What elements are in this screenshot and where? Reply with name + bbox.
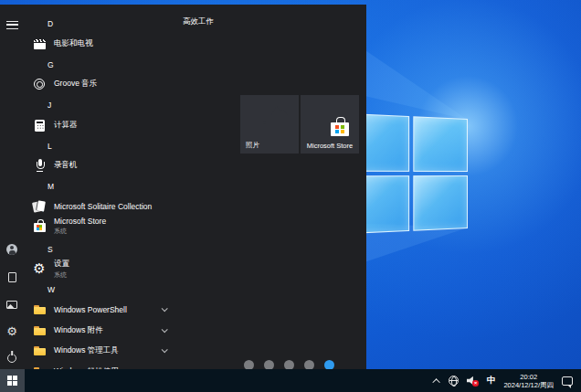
pictures-icon (6, 301, 17, 309)
groove-music-icon (34, 79, 45, 90)
user-account-button[interactable] (4, 242, 20, 257)
clock-date: 2024/12/12/周四 (503, 381, 554, 389)
tiles-group-header[interactable]: 高效工作 (183, 16, 214, 27)
folder-icon (34, 305, 46, 315)
app-item-voice-recorder[interactable]: 录音机 (27, 156, 234, 175)
pager-dot[interactable] (304, 360, 314, 369)
app-label: 设置 (54, 259, 69, 270)
tile-label: Microsoft Store (301, 142, 359, 150)
hamburger-icon (6, 21, 18, 29)
desktop-screen: ⚙ D 电影和电视 G Groove 音乐 J 计算器 L 录音机 M Micr… (0, 0, 581, 392)
folder-item-powershell[interactable]: Windows PowerShell (27, 301, 234, 319)
app-item-calculator[interactable]: 计算器 (27, 116, 234, 134)
speech-bubble-icon (562, 376, 573, 386)
pager-dot-active[interactable] (324, 360, 334, 369)
user-avatar-icon (6, 244, 17, 255)
tile-label: 照片 (246, 141, 259, 150)
app-sublabel: 系统 (54, 227, 106, 236)
tile-microsoft-store[interactable]: Microsoft Store (301, 95, 359, 154)
section-header-g[interactable]: G (39, 56, 246, 74)
app-label: 计算器 (54, 120, 78, 131)
ime-indicator[interactable]: 中 (487, 375, 496, 387)
folder-label: Windows 管理工具 (54, 345, 119, 356)
taskbar: 中 20:02 2024/12/12/周四 (0, 369, 581, 392)
app-sublabel: 系统 (54, 270, 69, 280)
chevron-down-icon (162, 305, 168, 312)
expand-menu-button[interactable] (4, 17, 20, 32)
volume-button[interactable] (467, 376, 479, 387)
movies-tv-icon (34, 39, 46, 49)
volume-muted-icon (467, 376, 479, 387)
settings-button[interactable]: ⚙ (4, 323, 20, 338)
tile-photos[interactable]: 照片 (240, 95, 299, 154)
folder-icon (34, 346, 46, 356)
system-tray: 中 20:02 2024/12/12/周四 (435, 369, 581, 392)
taskbar-clock[interactable]: 20:02 2024/12/12/周四 (503, 373, 554, 389)
gear-icon: ⚙ (33, 262, 45, 276)
app-item-solitaire[interactable]: Microsoft Solitaire Collection (27, 197, 234, 216)
start-menu-panel: ⚙ D 电影和电视 G Groove 音乐 J 计算器 L 录音机 M Micr… (0, 5, 366, 369)
app-item-microsoft-store[interactable]: Microsoft Store系统 (27, 216, 234, 236)
page-indicator (244, 360, 334, 369)
clock-time: 20:02 (503, 373, 554, 381)
windows-hero-logo (349, 113, 468, 234)
app-item-groove[interactable]: Groove 音乐 (27, 75, 234, 93)
chevron-down-icon (162, 346, 168, 353)
chevron-down-icon (162, 326, 168, 333)
calculator-icon (35, 120, 45, 132)
section-header-l[interactable]: L (39, 137, 246, 155)
pager-dot[interactable] (264, 360, 274, 369)
start-button[interactable] (0, 369, 25, 392)
folder-item-ease-of-access[interactable]: Windows 轻松使用 (27, 363, 234, 369)
folder-label: Windows 附件 (54, 325, 103, 336)
voice-recorder-icon (34, 159, 45, 172)
document-icon (8, 272, 16, 282)
gear-icon: ⚙ (6, 325, 17, 337)
power-button[interactable] (4, 351, 20, 366)
app-label: Microsoft Solitaire Collection (54, 202, 152, 211)
folder-icon (34, 326, 46, 336)
network-globe-icon (449, 376, 459, 386)
hidden-icons-button[interactable] (435, 378, 440, 384)
section-header-d[interactable]: D (39, 15, 246, 33)
chevron-up-icon (432, 378, 439, 386)
pager-dot[interactable] (244, 360, 254, 369)
app-item-movies-tv[interactable]: 电影和电视 (27, 35, 234, 53)
section-header-m[interactable]: M (39, 177, 246, 196)
app-label: 录音机 (54, 160, 78, 171)
microsoft-store-icon (34, 219, 46, 232)
pager-dot[interactable] (284, 360, 294, 369)
app-label: Groove 音乐 (54, 79, 97, 90)
folder-item-admin-tools[interactable]: Windows 管理工具 (27, 342, 234, 360)
section-header-w[interactable]: W (39, 281, 246, 299)
folder-label: Windows PowerShell (54, 305, 127, 314)
app-list: D 电影和电视 G Groove 音乐 J 计算器 L 录音机 M Micros… (26, 5, 236, 369)
documents-button[interactable] (4, 270, 20, 284)
app-item-settings[interactable]: ⚙设置系统 (27, 259, 234, 279)
windows-logo-icon (7, 376, 17, 386)
app-label: Microsoft Store (54, 217, 106, 226)
folder-item-accessories[interactable]: Windows 附件 (27, 322, 234, 340)
solitaire-cards-icon (33, 201, 46, 213)
action-center-button[interactable] (562, 376, 573, 386)
section-header-s[interactable]: S (39, 240, 246, 259)
section-header-j[interactable]: J (39, 96, 246, 114)
power-icon (7, 354, 16, 363)
pictures-button[interactable] (4, 297, 20, 312)
network-button[interactable] (449, 376, 459, 386)
start-menu-rail: ⚙ (0, 5, 26, 369)
app-label: 电影和电视 (54, 38, 93, 49)
